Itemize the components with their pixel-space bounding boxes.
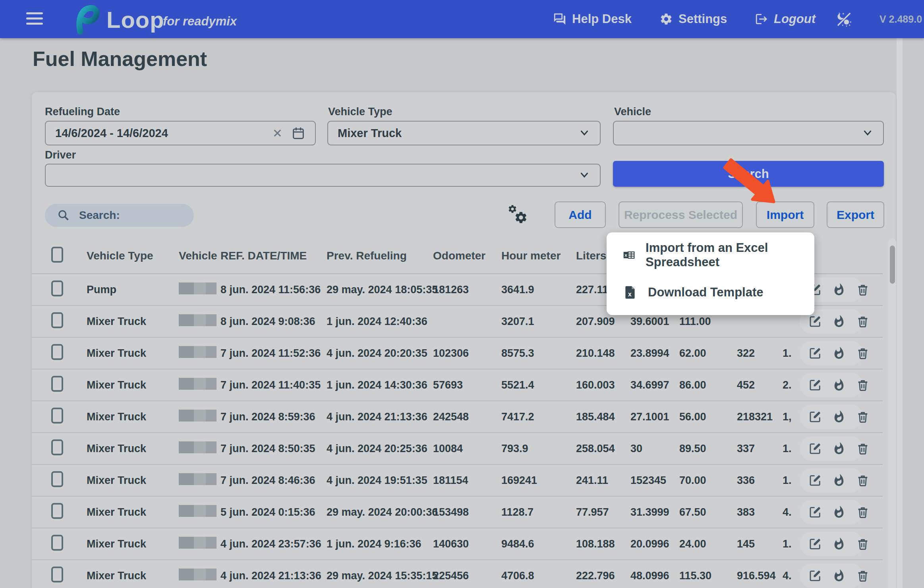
edit-icon[interactable] [808,505,822,519]
menu-item-import-excel[interactable]: x Import from an Excel Spreadsheet [607,236,814,274]
row-checkbox[interactable] [51,535,63,551]
delete-icon[interactable] [856,283,870,296]
table-body: Pump 8 jun. 2024 11:56:36 29 may. 2024 1… [32,274,883,588]
table-row: Mixer Truck 7 jun. 2024 8:59:36 4 jun. 2… [32,401,883,433]
cell-extra-a: 27.1001 [630,411,679,423]
cell-ref-datetime: 7 jun. 2024 8:46:36 [220,474,327,487]
delete-icon[interactable] [856,505,870,519]
cell-extra-d: 1. [783,538,800,550]
cell-ref-datetime: 4 jun. 2024 23:57:36 [220,538,327,550]
cell-prev-refueling: 4 jun. 2024 21:13:36 [327,411,433,423]
delete-icon[interactable] [856,378,870,392]
reprocess-selected-button[interactable]: Reprocess Selected [619,201,743,228]
cell-extra-d: 4. [783,506,800,518]
table-scrollbar-thumb[interactable] [890,246,895,284]
add-button[interactable]: Add [555,201,606,228]
fuel-flame-icon[interactable] [832,537,846,551]
row-checkbox[interactable] [51,471,63,487]
fuel-flame-icon[interactable] [832,283,846,296]
delete-icon[interactable] [856,346,870,360]
delete-icon[interactable] [856,410,870,424]
edit-icon[interactable] [808,410,822,424]
fuel-flame-icon[interactable] [832,410,846,424]
fuel-flame-icon[interactable] [832,474,846,487]
cell-extra-a: 31.3999 [630,506,679,518]
fuel-flame-icon[interactable] [832,315,846,328]
edit-icon[interactable] [808,474,822,487]
cell-hour-meter: 7417.2 [501,411,576,423]
vehicle-select[interactable] [613,121,884,145]
menu-item-label: Download Template [648,285,764,300]
cell-hour-meter: 3207.1 [501,315,576,328]
table-search-input[interactable]: Search: [45,204,194,227]
cell-vehicle-type: Mixer Truck [87,347,179,360]
clear-date-icon[interactable]: ✕ [273,126,282,140]
nav-settings[interactable]: Settings [659,0,727,38]
delete-icon[interactable] [856,569,870,582]
edit-icon[interactable] [808,346,822,360]
cell-prev-refueling: 29 may. 2024 15:35:15 [327,570,433,582]
calendar-icon[interactable] [291,126,305,140]
column-settings-icon[interactable] [507,203,529,226]
cell-hour-meter: 4706.8 [501,570,576,582]
cell-prev-refueling: 1 jun. 2024 9:16:36 [327,538,433,550]
search-button[interactable]: Search [613,161,884,187]
hamburger-menu-icon[interactable] [26,12,43,28]
table-scrollbar-track[interactable] [888,238,896,588]
cell-ref-datetime: 4 jun. 2024 21:13:36 [220,570,327,582]
row-checkbox[interactable] [51,567,63,582]
edit-icon[interactable] [808,569,822,582]
row-checkbox[interactable] [51,376,63,392]
theme-toggle[interactable] [836,0,852,38]
edit-icon[interactable] [808,442,822,455]
row-checkbox[interactable] [51,408,63,424]
fuel-flame-icon[interactable] [832,346,846,360]
chevron-down-icon [862,128,874,139]
refueling-date-input[interactable]: 14/6/2024 - 14/6/2024 ✕ [45,121,316,145]
delete-icon[interactable] [856,474,870,487]
row-checkbox[interactable] [51,503,63,519]
cell-liters: 222.796 [576,570,630,582]
cell-hour-meter: 1128.7 [501,506,576,518]
nav-logout[interactable]: Logout [755,0,816,38]
cell-odometer: 181154 [433,474,501,487]
column-header: Odometer [433,250,501,262]
fuel-flame-icon[interactable] [832,505,846,519]
brand-name: Loop [106,6,164,33]
fuel-flame-icon[interactable] [832,378,846,392]
delete-icon[interactable] [856,537,870,551]
nav-help-desk[interactable]: Help Desk [553,0,632,38]
cell-extra-c: 337 [737,443,783,455]
menu-item-download-template[interactable]: x Download Template [607,274,814,311]
cell-liters: 210.148 [576,347,630,360]
cell-odometer: 225456 [433,570,501,582]
vehicle-type-select[interactable]: Mixer Truck [327,121,601,145]
row-checkbox[interactable] [51,280,63,296]
cell-extra-b: 89.50 [679,443,737,455]
edit-icon[interactable] [808,378,822,392]
cell-liters: 77.957 [576,506,630,518]
cell-vehicle-type: Mixer Truck [87,315,179,328]
table-row: Mixer Truck 7 jun. 2024 8:50:35 4 jun. 2… [32,433,883,465]
table-row: Mixer Truck 4 jun. 2024 23:57:36 1 jun. … [32,528,883,560]
fuel-flame-icon[interactable] [832,442,846,455]
select-all-checkbox[interactable] [51,247,63,263]
fuel-flame-icon[interactable] [832,569,846,582]
delete-icon[interactable] [856,315,870,328]
driver-select[interactable] [45,164,601,187]
import-button[interactable]: Import [756,201,814,228]
page-scrollbar-track[interactable] [897,38,903,588]
edit-icon[interactable] [808,537,822,551]
row-checkbox[interactable] [51,344,63,360]
row-actions [800,500,863,524]
export-button[interactable]: Export [827,201,884,228]
delete-icon[interactable] [856,442,870,455]
cell-liters: 160.003 [576,379,630,391]
row-checkbox[interactable] [51,439,63,455]
edit-icon[interactable] [808,315,822,328]
cell-odometer: 102306 [433,347,501,360]
cell-odometer: 140630 [433,538,501,550]
svg-text:x: x [628,291,632,298]
row-checkbox[interactable] [51,312,63,328]
cell-ref-datetime: 5 jun. 2024 0:15:36 [220,506,327,518]
